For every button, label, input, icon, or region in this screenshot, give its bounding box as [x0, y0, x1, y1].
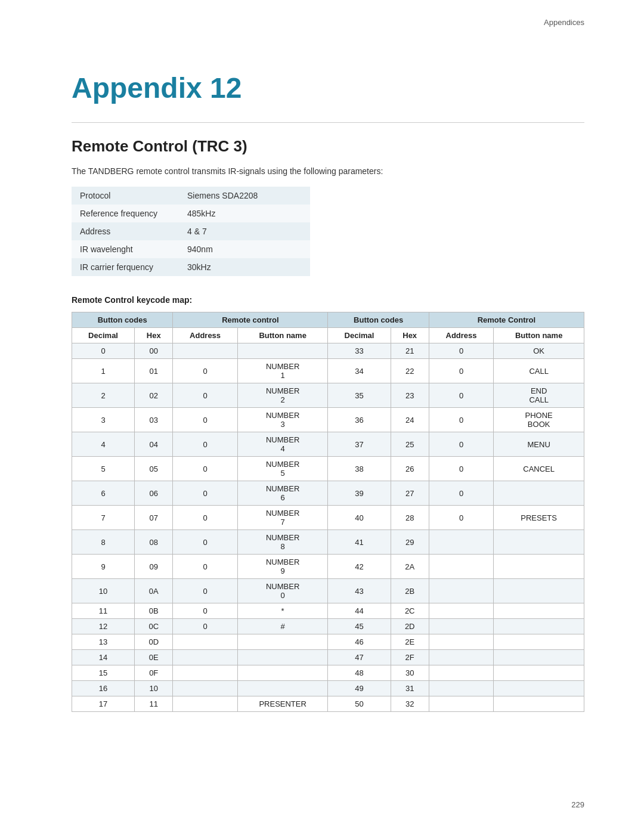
specs-row: IR wavelenght940nm: [72, 240, 310, 258]
address2: [429, 681, 494, 696]
address1: 0: [173, 506, 238, 530]
address2: [429, 696, 494, 712]
col-button-name2: Button name: [494, 328, 584, 343]
hex1: 10: [135, 681, 173, 696]
decimal1: 13: [72, 634, 135, 650]
address2: 0: [429, 383, 494, 408]
address1: [173, 665, 238, 681]
spec-label: IR carrier ferquency: [72, 258, 179, 276]
decimal2: 33: [328, 343, 391, 359]
table-row: 17 11 PRESENTER 50 32: [72, 696, 584, 712]
hex2: 2F: [391, 650, 429, 665]
decimal2: 40: [328, 506, 391, 530]
address2: 0: [429, 408, 494, 432]
button-name1: #: [237, 619, 328, 634]
specs-row: IR carrier ferquency30kHz: [72, 258, 310, 276]
table-row: 16 10 49 31: [72, 681, 584, 696]
section-divider: [72, 122, 584, 123]
address1: [173, 634, 238, 650]
address1: 0: [173, 555, 238, 579]
button-name2: [494, 481, 584, 506]
button-name1: NUMBER1: [237, 359, 328, 383]
table-row: 7 07 0 NUMBER7 40 28 0 PRESETS: [72, 506, 584, 530]
page-title: Appendix 12: [72, 72, 584, 104]
table-row: 5 05 0 NUMBER5 38 26 0 CANCEL: [72, 457, 584, 481]
button-name2: PRESETS: [494, 506, 584, 530]
button-name2: PHONEBOOK: [494, 408, 584, 432]
decimal2: 50: [328, 696, 391, 712]
specs-row: ProtocolSiemens SDA2208: [72, 187, 310, 205]
decimal1: 11: [72, 603, 135, 619]
decimal2: 46: [328, 634, 391, 650]
address2: [429, 579, 494, 603]
group2-header: Remote control: [173, 312, 328, 328]
spec-value: 940nm: [179, 240, 310, 258]
address1: 0: [173, 457, 238, 481]
address2: 0: [429, 457, 494, 481]
button-name2: [494, 696, 584, 712]
address2: 0: [429, 481, 494, 506]
decimal1: 5: [72, 457, 135, 481]
spec-value: 4 & 7: [179, 222, 310, 240]
decimal1: 4: [72, 432, 135, 457]
spec-label: Protocol: [72, 187, 179, 205]
decimal1: 10: [72, 579, 135, 603]
decimal2: 37: [328, 432, 391, 457]
decimal2: 36: [328, 408, 391, 432]
button-name1: NUMBER0: [237, 579, 328, 603]
button-name1: [237, 634, 328, 650]
spec-label: IR wavelenght: [72, 240, 179, 258]
address2: 0: [429, 343, 494, 359]
table-row: 2 02 0 NUMBER2 35 23 0 ENDCALL: [72, 383, 584, 408]
hex1: 01: [135, 359, 173, 383]
decimal1: 1: [72, 359, 135, 383]
specs-table: ProtocolSiemens SDA2208Reference frequen…: [72, 187, 310, 276]
hex1: 0F: [135, 665, 173, 681]
decimal1: 7: [72, 506, 135, 530]
intro-text: The TANDBERG remote control transmits IR…: [72, 166, 584, 176]
hex2: 21: [391, 343, 429, 359]
address1: 0: [173, 383, 238, 408]
button-name1: NUMBER5: [237, 457, 328, 481]
hex2: 28: [391, 506, 429, 530]
button-name2: [494, 650, 584, 665]
col-button-name: Button name: [237, 328, 328, 343]
button-name2: CANCEL: [494, 457, 584, 481]
table-row: 4 04 0 NUMBER4 37 25 0 MENU: [72, 432, 584, 457]
button-name2: [494, 634, 584, 650]
address2: [429, 530, 494, 555]
decimal2: 39: [328, 481, 391, 506]
spec-label: Reference frequency: [72, 205, 179, 222]
table-row: 6 06 0 NUMBER6 39 27 0: [72, 481, 584, 506]
button-name1: NUMBER6: [237, 481, 328, 506]
decimal2: 45: [328, 619, 391, 634]
hex2: 25: [391, 432, 429, 457]
decimal2: 41: [328, 530, 391, 555]
address1: 0: [173, 603, 238, 619]
decimal1: 12: [72, 619, 135, 634]
address1: 0: [173, 530, 238, 555]
col-hex: Hex: [135, 328, 173, 343]
hex2: 24: [391, 408, 429, 432]
button-name2: [494, 665, 584, 681]
hex2: 31: [391, 681, 429, 696]
address1: 0: [173, 481, 238, 506]
button-name2: ENDCALL: [494, 383, 584, 408]
hex1: 0A: [135, 579, 173, 603]
hex2: 27: [391, 481, 429, 506]
hex1: 0E: [135, 650, 173, 665]
decimal1: 14: [72, 650, 135, 665]
spec-value: Siemens SDA2208: [179, 187, 310, 205]
specs-row: Reference frequency485kHz: [72, 205, 310, 222]
col-address2: Address: [429, 328, 494, 343]
decimal1: 8: [72, 530, 135, 555]
button-name2: [494, 619, 584, 634]
decimal1: 9: [72, 555, 135, 579]
hex2: 29: [391, 530, 429, 555]
hex1: 02: [135, 383, 173, 408]
hex1: 0B: [135, 603, 173, 619]
decimal2: 49: [328, 681, 391, 696]
keycode-table: Button codes Remote control Button codes…: [72, 312, 584, 712]
button-name1: *: [237, 603, 328, 619]
button-name1: NUMBER9: [237, 555, 328, 579]
